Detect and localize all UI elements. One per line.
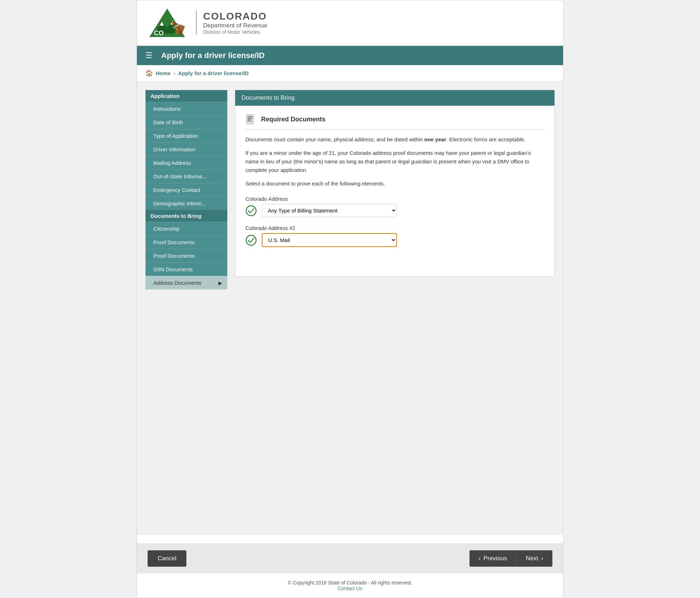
req-doc-heading: Required Documents: [261, 116, 325, 123]
sidebar-item-ssn-documents[interactable]: SSN Documents: [145, 262, 227, 276]
home-icon: 🏠: [145, 69, 153, 77]
sidebar-item-type-of-application[interactable]: Type of Application: [145, 129, 227, 142]
footer-bar: Cancel ‹ Previous Next ›: [137, 544, 563, 573]
sidebar-item-demographic[interactable]: Demographic Inform...: [145, 196, 227, 210]
svg-text:CO: CO: [154, 30, 164, 37]
svg-text:TM: TM: [181, 36, 184, 38]
svg-rect-12: [248, 118, 253, 119]
co-logo: CO TM CDOR: [148, 7, 187, 39]
active-arrow-icon: ▶: [218, 280, 222, 286]
sidebar: Application Instructions Date of Birth T…: [145, 90, 227, 535]
svg-rect-14: [248, 121, 252, 121]
content-box: Required Documents Documents must contai…: [235, 106, 555, 277]
colorado-address-2-select[interactable]: U.S. Mail Bank Statement Utility Bill Mo…: [262, 233, 397, 247]
req-doc-paragraph2: If you are a minor under the age of 21, …: [245, 149, 544, 174]
sidebar-item-dob[interactable]: Date of Birth: [145, 115, 227, 129]
required-documents-title: Required Documents: [245, 114, 544, 130]
copyright-text: © Copyright 2016 State of Colorado - All…: [143, 580, 557, 586]
sidebar-item-mailing-address[interactable]: Mailing Address: [145, 156, 227, 169]
checkmark-icon-1: [245, 205, 257, 216]
colorado-address-2-row: Colorado Address #2 U.S. Mail Bank State…: [245, 225, 544, 247]
sidebar-item-address-documents[interactable]: Address Documents ▶: [145, 276, 227, 289]
main-content: Application Instructions Date of Birth T…: [137, 82, 563, 535]
next-button[interactable]: Next ›: [516, 550, 552, 567]
prev-arrow-icon: ‹: [479, 555, 481, 562]
svg-point-15: [246, 206, 256, 216]
sidebar-item-emergency-contact[interactable]: Emergency Contact: [145, 183, 227, 196]
division-name: Division of Motor Vehicles: [203, 29, 267, 35]
hamburger-icon[interactable]: ☰: [145, 51, 153, 60]
one-year-bold: one year: [424, 136, 446, 142]
breadcrumb: 🏠 Home › Apply for a driver license/ID: [137, 65, 563, 82]
breadcrumb-current: Apply for a driver license/ID: [178, 70, 249, 76]
nav-title: Apply for a driver license/ID: [161, 51, 265, 60]
cancel-button[interactable]: Cancel: [148, 550, 186, 567]
svg-rect-11: [248, 116, 253, 117]
colorado-address-2-label: Colorado Address #2: [245, 225, 544, 231]
sidebar-item-citizenship[interactable]: Citizenship: [145, 222, 227, 235]
page-footer: © Copyright 2016 State of Colorado - All…: [137, 573, 563, 598]
breadcrumb-home[interactable]: Home: [156, 70, 171, 76]
breadcrumb-sep: ›: [174, 70, 175, 76]
sidebar-section-application: Application: [145, 90, 227, 102]
nav-button-group: ‹ Previous Next ›: [470, 550, 552, 567]
document-icon: [245, 114, 257, 124]
svg-point-16: [246, 235, 256, 245]
next-arrow-icon: ›: [541, 555, 543, 562]
dept-name: Department of Revenue: [203, 22, 267, 29]
contact-us-link[interactable]: Contact Us: [338, 586, 362, 591]
req-doc-paragraph3: Select a document to prove each of the f…: [245, 179, 544, 188]
state-name: COLORADO: [203, 11, 267, 22]
previous-button[interactable]: ‹ Previous: [470, 550, 517, 567]
sidebar-item-driver-information[interactable]: Driver Information: [145, 142, 227, 156]
colorado-address-row: Colorado Address Any Type of Billing Sta…: [245, 196, 544, 217]
sidebar-section-documents: Documents to Bring: [145, 210, 227, 222]
logo-text: COLORADO Department of Revenue Division …: [196, 11, 267, 35]
site-header: CO TM CDOR COLORADO Department of Revenu…: [137, 0, 563, 46]
logo-area: CO TM CDOR COLORADO Department of Revenu…: [148, 7, 267, 39]
sidebar-item-instructions[interactable]: Instructions: [145, 102, 227, 115]
colorado-address-label: Colorado Address: [245, 196, 544, 202]
sidebar-item-proof-documents-1[interactable]: Proof Documents: [145, 235, 227, 249]
checkmark-icon-2: [245, 235, 257, 246]
svg-rect-8: [175, 30, 179, 34]
sidebar-item-proof-documents-2[interactable]: Proof Documents: [145, 249, 227, 262]
content-area: Documents to Bring Required Documents: [235, 90, 555, 535]
sidebar-item-out-of-state[interactable]: Out-of-State Informa...: [145, 169, 227, 183]
content-section-header: Documents to Bring: [235, 90, 555, 106]
colorado-address-select[interactable]: Any Type of Billing Statement Bank State…: [262, 204, 397, 217]
nav-bar: ☰ Apply for a driver license/ID: [137, 46, 563, 65]
req-doc-paragraph1: Documents must contain your name, physic…: [245, 135, 544, 144]
svg-rect-13: [248, 119, 251, 120]
